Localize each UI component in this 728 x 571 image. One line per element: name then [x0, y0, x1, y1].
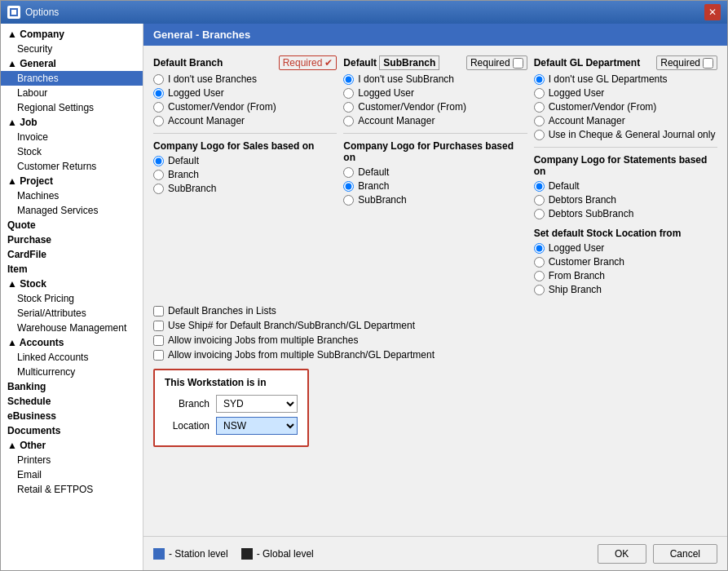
chk-default-branches[interactable]: Default Branches in Lists	[153, 305, 504, 316]
sidebar-item-cardfile[interactable]: CardFile	[1, 247, 143, 262]
branch-field-row: Branch SYD MEL BRI ADL PER	[165, 395, 298, 413]
titlebar-left: Options	[7, 6, 59, 19]
sidebar-item-linked-accounts[interactable]: Linked Accounts	[1, 350, 143, 365]
col2-required-box: Required	[466, 55, 527, 70]
sidebar-item-customer-returns[interactable]: Customer Returns	[1, 159, 143, 174]
radio-gl-account-manager[interactable]: Account Manager	[534, 115, 717, 126]
col3-required-check[interactable]	[703, 58, 713, 69]
col2-divider	[343, 133, 527, 134]
sidebar-item-ebusiness[interactable]: eBusiness	[1, 409, 143, 423]
radio-sales-branch[interactable]: Branch	[153, 169, 337, 180]
chk-allow-invoicing-multi[interactable]: Allow invoicing Jobs from multiple Branc…	[153, 334, 504, 346]
options-window: Options ✕ ▲ CompanySecurity▲ GeneralBran…	[0, 0, 728, 571]
radio-no-branch[interactable]: I don't use Branches	[153, 73, 337, 85]
radio-stmt-debtors-subbranch[interactable]: Debtors SubBranch	[534, 208, 717, 219]
col3-required-box: Required	[656, 55, 717, 70]
col2-logo-section: Company Logo for Purchases based on Defa…	[343, 140, 527, 206]
sidebar-item-schedule[interactable]: Schedule	[1, 394, 143, 409]
col3-title: Default GL Department	[534, 57, 640, 69]
radio-gl-customer-vendor[interactable]: Customer/Vendor (From)	[534, 101, 717, 113]
sidebar-item-serial-attributes[interactable]: Serial/Attributes	[1, 306, 143, 321]
radio-su-account-manager[interactable]: Account Manager	[343, 115, 527, 126]
sidebar-item-documents[interactable]: Documents	[1, 423, 143, 438]
chk-allow-invoicing-sub[interactable]: Allow invoicing Jobs from multiple SubBr…	[153, 349, 504, 361]
sidebar-item-stock[interactable]: Stock	[1, 144, 143, 159]
sidebar-item-security[interactable]: Security	[1, 42, 143, 56]
sidebar-item-printers[interactable]: Printers	[1, 453, 143, 467]
sidebar-item-item[interactable]: Item	[1, 262, 143, 277]
chk-use-ship[interactable]: Use Ship# for Default Branch/SubBranch/G…	[153, 320, 504, 331]
radio-no-subbranch[interactable]: I don't use SubBranch	[343, 73, 527, 85]
panel-title: General - Branches	[153, 29, 250, 41]
main-three-cols: Default Branch Required ✔ I don't use Br…	[153, 55, 717, 295]
radio-logged-user[interactable]: Logged User	[153, 87, 337, 99]
checkboxes-section: Default Branches in Lists Use Ship# for …	[153, 305, 504, 361]
location-field-label: Location	[165, 420, 210, 432]
location-field-row: Location NSW VIC QLD SA WA	[165, 417, 298, 435]
app-icon	[7, 6, 20, 19]
radio-stmt-default[interactable]: Default	[534, 180, 717, 192]
sidebar-item-stock-pricing[interactable]: Stock Pricing	[1, 291, 143, 306]
col1-logo-title: Company Logo for Sales based on	[153, 140, 337, 152]
sidebar-item-stock-main[interactable]: ▲ Stock	[1, 277, 143, 291]
radio-sales-subbranch[interactable]: SubBranch	[153, 183, 337, 194]
sidebar-item-retail-eftpos[interactable]: Retail & EFTPOS	[1, 482, 143, 497]
radio-stock-ship-branch[interactable]: Ship Branch	[534, 284, 717, 295]
col3-divider	[534, 147, 717, 148]
radio-gl-logged-user[interactable]: Logged User	[534, 87, 717, 99]
window-title: Options	[25, 7, 59, 18]
sidebar-item-general[interactable]: ▲ General	[1, 56, 143, 71]
sidebar-item-company[interactable]: ▲ Company	[1, 27, 143, 42]
sidebar-item-branches[interactable]: Branches	[1, 71, 143, 86]
col1-required-check: ✔	[324, 57, 333, 69]
radio-stock-customer-branch[interactable]: Customer Branch	[534, 256, 717, 268]
sidebar-item-warehouse[interactable]: Warehouse Management	[1, 321, 143, 335]
sidebar-item-multicurrency[interactable]: Multicurrency	[1, 365, 143, 379]
sidebar-item-invoice[interactable]: Invoice	[1, 130, 143, 144]
sidebar-item-quote[interactable]: Quote	[1, 218, 143, 232]
close-button[interactable]: ✕	[704, 4, 721, 20]
branch-select[interactable]: SYD MEL BRI ADL PER	[216, 395, 298, 413]
sidebar-item-accounts[interactable]: ▲ Accounts	[1, 335, 143, 350]
radio-su-logged-user[interactable]: Logged User	[343, 87, 527, 99]
location-select[interactable]: NSW VIC QLD SA WA	[216, 417, 298, 435]
cancel-button[interactable]: Cancel	[653, 544, 717, 564]
sidebar-item-email[interactable]: Email	[1, 467, 143, 482]
radio-gl-cheque[interactable]: Use in Cheque & General Journal only	[534, 129, 717, 140]
col3-logo-section: Company Logo for Statements based on Def…	[534, 154, 717, 219]
sidebar-item-project[interactable]: ▲ Project	[1, 174, 143, 188]
col1-header: Default Branch Required ✔	[153, 55, 337, 70]
sidebar-item-labour[interactable]: Labour	[1, 86, 143, 100]
panel-header: General - Branches	[143, 24, 727, 46]
radio-stock-logged-user[interactable]: Logged User	[534, 242, 717, 254]
radio-purch-branch[interactable]: Branch	[343, 180, 527, 192]
radio-no-gl[interactable]: I don't use GL Departments	[534, 73, 717, 85]
radio-account-manager[interactable]: Account Manager	[153, 115, 337, 126]
sidebar-item-machines[interactable]: Machines	[1, 188, 143, 203]
stock-location-section: Set default Stock Location from Logged U…	[534, 228, 717, 295]
sidebar-item-regional[interactable]: Regional Settings	[1, 100, 143, 115]
sidebar-item-job[interactable]: ▲ Job	[1, 115, 143, 130]
col2-header: Default SubBranch Required	[343, 55, 527, 70]
sidebar-item-banking[interactable]: Banking	[1, 379, 143, 394]
sidebar-item-purchase[interactable]: Purchase	[1, 232, 143, 247]
col3-logo-radio-group: Default Debtors Branch Debtors SubBranch	[534, 180, 717, 219]
col3-logo-title: Company Logo for Statements based on	[534, 154, 717, 177]
radio-customer-vendor[interactable]: Customer/Vendor (From)	[153, 101, 337, 113]
radio-purch-subbranch[interactable]: SubBranch	[343, 194, 527, 206]
sidebar-item-other[interactable]: ▲ Other	[1, 438, 143, 453]
radio-su-customer-vendor[interactable]: Customer/Vendor (From)	[343, 101, 527, 113]
workstation-title: This Workstation is in	[165, 377, 298, 388]
col3-header: Default GL Department Required	[534, 55, 717, 70]
radio-purch-default[interactable]: Default	[343, 166, 527, 178]
panel-body: Default Branch Required ✔ I don't use Br…	[143, 46, 727, 536]
ok-button[interactable]: OK	[598, 544, 646, 564]
radio-stmt-debtors-branch[interactable]: Debtors Branch	[534, 194, 717, 206]
sidebar: ▲ CompanySecurity▲ GeneralBranchesLabour…	[1, 24, 143, 570]
col2-required-check[interactable]	[513, 58, 523, 69]
station-legend: - Station level	[153, 548, 228, 560]
radio-sales-default[interactable]: Default	[153, 155, 337, 166]
sidebar-item-managed-services[interactable]: Managed Services	[1, 203, 143, 218]
col1-radio-group: I don't use Branches Logged User Custome…	[153, 73, 337, 126]
radio-stock-from-branch[interactable]: From Branch	[534, 270, 717, 281]
